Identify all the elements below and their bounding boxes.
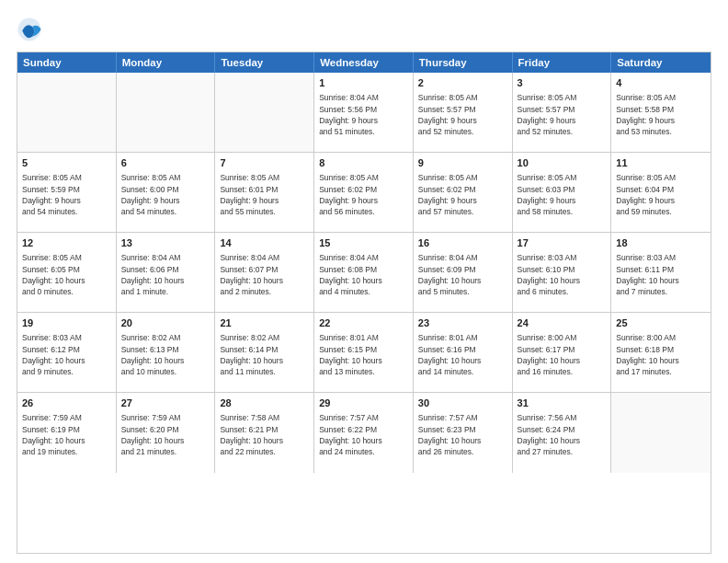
calendar-header: SundayMondayTuesdayWednesdayThursdayFrid…	[17, 52, 711, 73]
day-cell-31: 31Sunrise: 7:56 AM Sunset: 6:24 PM Dayli…	[513, 393, 612, 473]
day-info: Sunrise: 8:02 AM Sunset: 6:14 PM Dayligh…	[220, 332, 309, 377]
day-number: 12	[22, 236, 111, 250]
day-info: Sunrise: 8:00 AM Sunset: 6:17 PM Dayligh…	[518, 332, 607, 377]
day-number: 8	[319, 156, 408, 170]
header	[17, 17, 711, 42]
day-number: 17	[518, 236, 607, 250]
day-number: 7	[220, 156, 309, 170]
day-number: 28	[220, 396, 309, 410]
day-number: 24	[518, 316, 607, 330]
day-info: Sunrise: 8:05 AM Sunset: 6:02 PM Dayligh…	[418, 172, 507, 217]
day-cell-13: 13Sunrise: 8:04 AM Sunset: 6:06 PM Dayli…	[117, 233, 216, 312]
day-info: Sunrise: 8:05 AM Sunset: 6:02 PM Dayligh…	[319, 172, 408, 217]
logo-icon	[17, 17, 42, 42]
day-cell-28: 28Sunrise: 7:58 AM Sunset: 6:21 PM Dayli…	[215, 393, 314, 473]
day-number: 6	[121, 156, 210, 170]
day-cell-4: 4Sunrise: 8:05 AM Sunset: 5:58 PM Daylig…	[611, 73, 711, 152]
day-cell-20: 20Sunrise: 8:02 AM Sunset: 6:13 PM Dayli…	[117, 313, 216, 392]
calendar-body: 1Sunrise: 8:04 AM Sunset: 5:56 PM Daylig…	[17, 73, 711, 553]
day-number: 3	[518, 76, 607, 90]
day-cell-14: 14Sunrise: 8:04 AM Sunset: 6:07 PM Dayli…	[215, 233, 314, 312]
calendar: SundayMondayTuesdayWednesdayThursdayFrid…	[17, 52, 711, 554]
day-cell-10: 10Sunrise: 8:05 AM Sunset: 6:03 PM Dayli…	[513, 153, 612, 232]
day-cell-7: 7Sunrise: 8:05 AM Sunset: 6:01 PM Daylig…	[215, 153, 314, 232]
empty-cell	[215, 73, 314, 152]
day-info: Sunrise: 8:02 AM Sunset: 6:13 PM Dayligh…	[121, 332, 210, 377]
day-number: 27	[121, 396, 210, 410]
day-number: 14	[220, 236, 309, 250]
day-info: Sunrise: 8:04 AM Sunset: 6:08 PM Dayligh…	[319, 252, 408, 297]
day-cell-16: 16Sunrise: 8:04 AM Sunset: 6:09 PM Dayli…	[414, 233, 513, 312]
day-cell-6: 6Sunrise: 8:05 AM Sunset: 6:00 PM Daylig…	[117, 153, 216, 232]
day-info: Sunrise: 8:05 AM Sunset: 6:04 PM Dayligh…	[616, 172, 706, 217]
empty-cell	[611, 393, 711, 473]
day-info: Sunrise: 8:05 AM Sunset: 6:01 PM Dayligh…	[220, 172, 309, 217]
day-number: 16	[418, 236, 507, 250]
week-row-4: 19Sunrise: 8:03 AM Sunset: 6:12 PM Dayli…	[17, 313, 711, 393]
day-cell-18: 18Sunrise: 8:03 AM Sunset: 6:11 PM Dayli…	[611, 233, 711, 312]
day-info: Sunrise: 7:57 AM Sunset: 6:23 PM Dayligh…	[418, 412, 507, 457]
day-info: Sunrise: 8:05 AM Sunset: 5:58 PM Dayligh…	[616, 92, 706, 137]
day-number: 23	[418, 316, 507, 330]
weekday-header-wednesday: Wednesday	[314, 52, 414, 73]
logo	[17, 17, 48, 42]
day-number: 1	[319, 76, 408, 90]
day-info: Sunrise: 7:58 AM Sunset: 6:21 PM Dayligh…	[220, 412, 309, 457]
day-cell-12: 12Sunrise: 8:05 AM Sunset: 6:05 PM Dayli…	[17, 233, 117, 312]
weekday-header-sunday: Sunday	[17, 52, 117, 73]
empty-cell	[117, 73, 216, 152]
day-info: Sunrise: 8:04 AM Sunset: 6:09 PM Dayligh…	[418, 252, 507, 297]
day-info: Sunrise: 8:04 AM Sunset: 5:56 PM Dayligh…	[319, 92, 408, 137]
empty-cell	[17, 73, 117, 152]
day-cell-17: 17Sunrise: 8:03 AM Sunset: 6:10 PM Dayli…	[513, 233, 612, 312]
weekday-header-thursday: Thursday	[414, 52, 513, 73]
day-cell-30: 30Sunrise: 7:57 AM Sunset: 6:23 PM Dayli…	[414, 393, 513, 473]
weekday-header-saturday: Saturday	[611, 52, 711, 73]
page: SundayMondayTuesdayWednesdayThursdayFrid…	[0, 0, 728, 563]
day-cell-3: 3Sunrise: 8:05 AM Sunset: 5:57 PM Daylig…	[513, 73, 612, 152]
day-cell-2: 2Sunrise: 8:05 AM Sunset: 5:57 PM Daylig…	[414, 73, 513, 152]
day-info: Sunrise: 8:01 AM Sunset: 6:16 PM Dayligh…	[418, 332, 507, 377]
day-number: 29	[319, 396, 408, 410]
day-info: Sunrise: 8:05 AM Sunset: 5:57 PM Dayligh…	[518, 92, 607, 137]
week-row-2: 5Sunrise: 8:05 AM Sunset: 5:59 PM Daylig…	[17, 153, 711, 233]
day-info: Sunrise: 8:04 AM Sunset: 6:06 PM Dayligh…	[121, 252, 210, 297]
day-number: 26	[22, 396, 111, 410]
weekday-header-tuesday: Tuesday	[215, 52, 314, 73]
day-number: 5	[22, 156, 111, 170]
day-info: Sunrise: 7:59 AM Sunset: 6:20 PM Dayligh…	[121, 412, 210, 457]
day-info: Sunrise: 8:05 AM Sunset: 6:03 PM Dayligh…	[518, 172, 607, 217]
day-number: 20	[121, 316, 210, 330]
day-cell-21: 21Sunrise: 8:02 AM Sunset: 6:14 PM Dayli…	[215, 313, 314, 392]
day-number: 18	[616, 236, 706, 250]
day-cell-22: 22Sunrise: 8:01 AM Sunset: 6:15 PM Dayli…	[314, 313, 414, 392]
week-row-3: 12Sunrise: 8:05 AM Sunset: 6:05 PM Dayli…	[17, 233, 711, 313]
week-row-1: 1Sunrise: 8:04 AM Sunset: 5:56 PM Daylig…	[17, 73, 711, 153]
day-info: Sunrise: 8:00 AM Sunset: 6:18 PM Dayligh…	[616, 332, 706, 377]
day-cell-5: 5Sunrise: 8:05 AM Sunset: 5:59 PM Daylig…	[17, 153, 117, 232]
day-info: Sunrise: 7:59 AM Sunset: 6:19 PM Dayligh…	[22, 412, 111, 457]
day-info: Sunrise: 8:05 AM Sunset: 5:57 PM Dayligh…	[418, 92, 507, 137]
day-number: 15	[319, 236, 408, 250]
day-cell-1: 1Sunrise: 8:04 AM Sunset: 5:56 PM Daylig…	[314, 73, 414, 152]
day-cell-8: 8Sunrise: 8:05 AM Sunset: 6:02 PM Daylig…	[314, 153, 414, 232]
day-info: Sunrise: 8:04 AM Sunset: 6:07 PM Dayligh…	[220, 252, 309, 297]
weekday-header-friday: Friday	[513, 52, 612, 73]
day-info: Sunrise: 8:05 AM Sunset: 6:05 PM Dayligh…	[22, 252, 111, 297]
day-number: 30	[418, 396, 507, 410]
day-number: 10	[518, 156, 607, 170]
day-cell-24: 24Sunrise: 8:00 AM Sunset: 6:17 PM Dayli…	[513, 313, 612, 392]
weekday-header-monday: Monday	[117, 52, 216, 73]
day-info: Sunrise: 8:05 AM Sunset: 5:59 PM Dayligh…	[22, 172, 111, 217]
day-number: 31	[518, 396, 607, 410]
day-cell-11: 11Sunrise: 8:05 AM Sunset: 6:04 PM Dayli…	[611, 153, 711, 232]
day-info: Sunrise: 7:57 AM Sunset: 6:22 PM Dayligh…	[319, 412, 408, 457]
day-number: 2	[418, 76, 507, 90]
day-cell-29: 29Sunrise: 7:57 AM Sunset: 6:22 PM Dayli…	[314, 393, 414, 473]
day-cell-27: 27Sunrise: 7:59 AM Sunset: 6:20 PM Dayli…	[117, 393, 216, 473]
day-number: 21	[220, 316, 309, 330]
day-info: Sunrise: 8:03 AM Sunset: 6:12 PM Dayligh…	[22, 332, 111, 377]
day-number: 11	[616, 156, 706, 170]
day-info: Sunrise: 8:03 AM Sunset: 6:10 PM Dayligh…	[518, 252, 607, 297]
day-info: Sunrise: 8:05 AM Sunset: 6:00 PM Dayligh…	[121, 172, 210, 217]
